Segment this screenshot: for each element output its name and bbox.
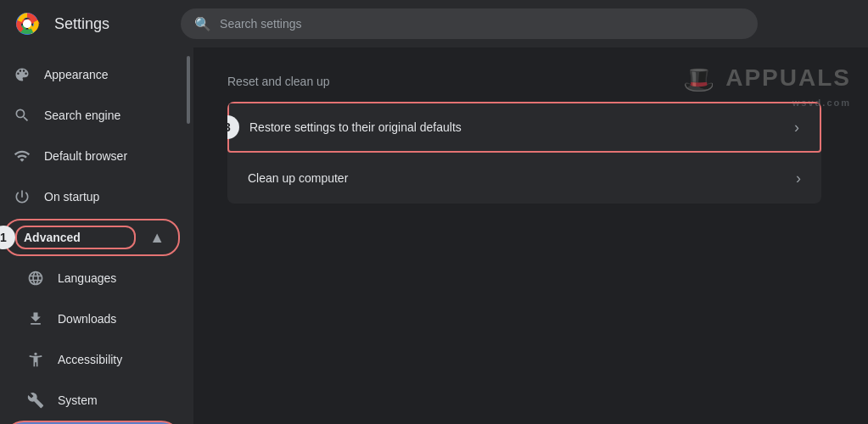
sidebar-item-system[interactable]: System [0, 380, 180, 421]
sidebar-item-appearance[interactable]: Appearance [0, 54, 180, 95]
sidebar-item-on-startup[interactable]: On startup [0, 176, 180, 217]
sidebar-label-downloads: Downloads [58, 312, 166, 326]
search-bar[interactable]: 🔍 [181, 8, 758, 39]
sidebar-item-reset-clean-up[interactable]: Reset and clean up [3, 421, 182, 424]
advanced-label: Advanced [15, 226, 136, 249]
system-icon [27, 392, 44, 409]
reset-item-wrapper: 2 Reset and clean up [0, 421, 193, 424]
clean-up-label: Clean up computer [248, 171, 796, 185]
settings-card: 3 Restore settings to their original def… [227, 102, 821, 204]
accessibility-icon [27, 351, 44, 368]
default-browser-icon [14, 148, 31, 165]
sidebar-label-on-startup: On startup [44, 190, 166, 204]
search-engine-icon [14, 107, 31, 124]
main-content: 🎩 APPUALS wsvd.com Reset and clean up 3 … [193, 47, 868, 424]
appearance-icon [14, 66, 31, 83]
search-input[interactable] [220, 17, 744, 31]
sidebar-section-advanced[interactable]: Advanced ▲ [3, 219, 180, 256]
sidebar-label-appearance: Appearance [44, 68, 166, 81]
svg-point-2 [23, 20, 31, 28]
downloads-icon [27, 310, 44, 327]
sidebar-label-default-browser: Default browser [44, 149, 166, 163]
sidebar: Appearance Search engine Default browser… [0, 47, 193, 424]
advanced-section-wrapper: 1 Advanced ▲ [0, 219, 193, 256]
chrome-logo-icon [14, 10, 41, 37]
sidebar-label-accessibility: Accessibility [58, 353, 166, 366]
header: Settings 🔍 [0, 0, 868, 47]
sidebar-item-downloads[interactable]: Downloads [0, 298, 180, 339]
clean-up-row[interactable]: Clean up computer › [227, 153, 821, 204]
body: Appearance Search engine Default browser… [0, 47, 868, 424]
sidebar-label-system: System [58, 393, 166, 407]
on-startup-icon [14, 188, 31, 205]
page-title: Settings [54, 15, 109, 33]
restore-row-wrapper: 3 Restore settings to their original def… [227, 102, 821, 153]
languages-icon [27, 270, 44, 287]
restore-defaults-label: Restore settings to their original defau… [249, 120, 794, 134]
restore-defaults-row[interactable]: Restore settings to their original defau… [227, 102, 821, 153]
watermark-hat-icon: 🎩 [683, 65, 716, 93]
sidebar-label-languages: Languages [58, 271, 166, 285]
restore-defaults-arrow-icon: › [794, 119, 799, 137]
clean-up-arrow-icon: › [796, 170, 801, 187]
sidebar-item-accessibility[interactable]: Accessibility [0, 339, 180, 380]
sidebar-label-search-engine: Search engine [44, 109, 166, 122]
scrollbar[interactable] [187, 56, 190, 124]
search-icon: 🔍 [194, 16, 211, 32]
sidebar-item-default-browser[interactable]: Default browser [0, 136, 180, 176]
advanced-chevron-icon: ▲ [149, 229, 165, 247]
sidebar-item-languages[interactable]: Languages [0, 258, 180, 298]
sidebar-item-search-engine[interactable]: Search engine [0, 95, 180, 136]
